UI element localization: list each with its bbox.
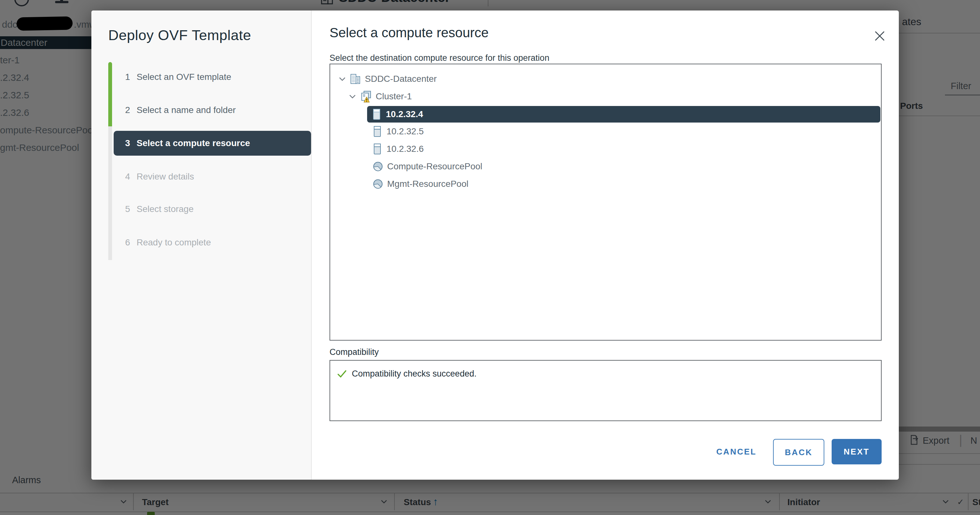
deploy-ovf-template-dialog: Deploy OVF Template 1 Select an OVF temp… <box>91 11 899 480</box>
step-number: 5 <box>125 204 137 214</box>
host-icon <box>373 143 382 155</box>
step-number: 1 <box>125 72 137 82</box>
step-number: 2 <box>125 105 137 115</box>
tree-label: 10.2.32.6 <box>387 144 424 154</box>
tree-label: Mgmt-ResourcePool <box>387 179 468 189</box>
next-button[interactable]: NEXT <box>832 439 881 464</box>
tree-row-datacenter[interactable]: SDDC-Datacenter <box>331 70 880 87</box>
cluster-warning-icon <box>360 90 372 103</box>
tree-label: Cluster-1 <box>376 91 412 102</box>
compute-resource-tree: SDDC-Datacenter Cluster-1 <box>329 64 881 340</box>
tree-row-host-selected[interactable]: 10.2.32.4 <box>367 106 880 122</box>
resource-pool-icon <box>372 178 383 189</box>
back-button[interactable]: BACK <box>773 439 824 466</box>
tree-row-host-2[interactable]: 10.2.32.5 <box>331 123 880 140</box>
step-label: Review details <box>137 172 194 182</box>
tree-label: Compute-ResourcePool <box>387 161 482 172</box>
step-label: Ready to complete <box>137 237 211 248</box>
wizard-step-2[interactable]: 2 Select a name and folder <box>114 98 311 122</box>
host-icon <box>373 126 382 137</box>
chevron-down-icon[interactable] <box>339 77 346 81</box>
resource-pool-icon <box>372 161 383 172</box>
wizard-step-3-active[interactable]: 3 Select a compute resource <box>114 131 311 156</box>
tree-label: 10.2.32.4 <box>386 109 423 119</box>
datacenter-icon <box>350 73 361 85</box>
success-check-icon <box>337 370 347 378</box>
step-number: 4 <box>125 172 137 182</box>
tree-label: SDDC-Datacenter <box>365 74 437 84</box>
wizard-steps-panel: Deploy OVF Template 1 Select an OVF temp… <box>91 11 312 480</box>
dialog-title: Deploy OVF Template <box>108 27 251 44</box>
wizard-step-1[interactable]: 1 Select an OVF template <box>114 65 311 89</box>
tree-row-cluster[interactable]: Cluster-1 <box>331 88 880 105</box>
tree-row-compute-pool[interactable]: Compute-ResourcePool <box>331 158 880 175</box>
compatibility-result-row: Compatibility checks succeeded. <box>337 369 477 379</box>
step-label: Select an OVF template <box>137 72 231 82</box>
pane-subtitle: Select the destination compute resource … <box>329 53 549 63</box>
step-label: Select a name and folder <box>137 105 235 115</box>
tree-row-mgmt-pool[interactable]: Mgmt-ResourcePool <box>331 175 880 192</box>
page-title: Select a compute resource <box>329 25 489 40</box>
host-icon <box>372 108 381 120</box>
step-label: Select a compute resource <box>137 138 250 148</box>
vsphere-client-screen: SDDC-Datacenter ddc- .vmw Datacenter ter… <box>0 0 980 515</box>
compatibility-message: Compatibility checks succeeded. <box>352 369 477 379</box>
wizard-step-5: 5 Select storage <box>114 197 311 221</box>
step-label: Select storage <box>137 204 194 214</box>
step-number: 3 <box>125 138 137 148</box>
close-icon[interactable] <box>874 30 885 42</box>
wizard-progress-completed-bar <box>108 62 112 126</box>
wizard-progress-track <box>108 126 112 260</box>
tree-label: 10.2.32.5 <box>387 126 424 137</box>
wizard-step-4: 4 Review details <box>114 164 311 189</box>
compatibility-section-label: Compatibility <box>329 347 379 357</box>
wizard-step-6: 6 Ready to complete <box>114 230 311 255</box>
step-number: 6 <box>125 237 137 248</box>
tree-row-host-3[interactable]: 10.2.32.6 <box>331 140 880 157</box>
compatibility-results-box: Compatibility checks succeeded. <box>329 360 881 421</box>
chevron-down-icon[interactable] <box>349 95 356 99</box>
cancel-button[interactable]: CANCEL <box>714 439 759 464</box>
